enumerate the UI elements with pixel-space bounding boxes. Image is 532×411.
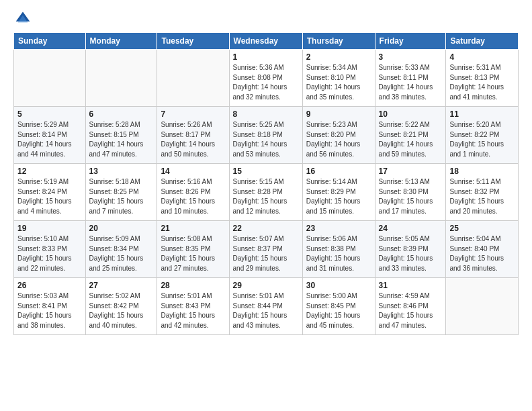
day-cell: 31Sunrise: 4:59 AM Sunset: 8:46 PM Dayli… <box>375 278 446 335</box>
day-number: 7 <box>161 109 225 119</box>
day-cell: 10Sunrise: 5:22 AM Sunset: 8:21 PM Dayli… <box>375 107 446 164</box>
day-info: Sunrise: 5:23 AM Sunset: 8:20 PM Dayligh… <box>306 120 371 159</box>
day-number: 13 <box>89 167 154 176</box>
day-cell: 30Sunrise: 5:00 AM Sunset: 8:45 PM Dayli… <box>302 278 375 335</box>
day-info: Sunrise: 5:15 AM Sunset: 8:28 PM Dayligh… <box>233 177 299 216</box>
day-info: Sunrise: 5:26 AM Sunset: 8:17 PM Dayligh… <box>161 120 225 159</box>
day-number: 11 <box>449 109 515 119</box>
day-cell: 17Sunrise: 5:13 AM Sunset: 8:30 PM Dayli… <box>375 164 446 221</box>
day-info: Sunrise: 5:36 AM Sunset: 8:08 PM Dayligh… <box>233 63 299 102</box>
day-number: 14 <box>161 167 225 176</box>
day-cell: 15Sunrise: 5:15 AM Sunset: 8:28 PM Dayli… <box>229 164 302 221</box>
day-number: 16 <box>306 167 371 176</box>
day-cell: 28Sunrise: 5:01 AM Sunset: 8:43 PM Dayli… <box>157 278 229 335</box>
week-row-3: 12Sunrise: 5:19 AM Sunset: 8:24 PM Dayli… <box>14 164 519 221</box>
day-info: Sunrise: 5:03 AM Sunset: 8:41 PM Dayligh… <box>17 291 82 330</box>
day-info: Sunrise: 5:01 AM Sunset: 8:43 PM Dayligh… <box>161 291 225 330</box>
weekday-header-monday: Monday <box>85 33 157 50</box>
day-info: Sunrise: 5:19 AM Sunset: 8:24 PM Dayligh… <box>17 177 82 216</box>
day-info: Sunrise: 5:34 AM Sunset: 8:10 PM Dayligh… <box>306 63 371 102</box>
weekday-header-saturday: Saturday <box>446 33 519 50</box>
day-number: 24 <box>379 224 443 233</box>
day-number: 10 <box>379 109 443 119</box>
day-cell: 11Sunrise: 5:20 AM Sunset: 8:22 PM Dayli… <box>446 107 519 164</box>
weekday-header-wednesday: Wednesday <box>229 33 302 50</box>
week-row-1: 1Sunrise: 5:36 AM Sunset: 8:08 PM Daylig… <box>14 50 519 107</box>
day-number: 26 <box>17 281 82 290</box>
day-cell: 8Sunrise: 5:25 AM Sunset: 8:18 PM Daylig… <box>229 107 302 164</box>
day-number: 8 <box>233 109 299 119</box>
logo <box>13 11 31 27</box>
page: SundayMondayTuesdayWednesdayThursdayFrid… <box>0 0 532 342</box>
day-cell <box>85 50 157 107</box>
day-info: Sunrise: 5:29 AM Sunset: 8:14 PM Dayligh… <box>17 120 82 159</box>
day-number: 17 <box>379 167 443 176</box>
day-info: Sunrise: 5:16 AM Sunset: 8:26 PM Dayligh… <box>161 177 225 216</box>
day-info: Sunrise: 5:09 AM Sunset: 8:34 PM Dayligh… <box>89 234 154 273</box>
day-cell: 20Sunrise: 5:09 AM Sunset: 8:34 PM Dayli… <box>85 221 157 278</box>
day-cell: 12Sunrise: 5:19 AM Sunset: 8:24 PM Dayli… <box>14 164 86 221</box>
day-info: Sunrise: 5:14 AM Sunset: 8:29 PM Dayligh… <box>306 177 371 216</box>
day-cell: 16Sunrise: 5:14 AM Sunset: 8:29 PM Dayli… <box>302 164 375 221</box>
week-row-4: 19Sunrise: 5:10 AM Sunset: 8:33 PM Dayli… <box>14 221 519 278</box>
day-cell: 27Sunrise: 5:02 AM Sunset: 8:42 PM Dayli… <box>85 278 157 335</box>
week-row-2: 5Sunrise: 5:29 AM Sunset: 8:14 PM Daylig… <box>14 107 519 164</box>
day-number: 31 <box>379 281 443 290</box>
day-cell: 9Sunrise: 5:23 AM Sunset: 8:20 PM Daylig… <box>302 107 375 164</box>
day-info: Sunrise: 5:28 AM Sunset: 8:15 PM Dayligh… <box>89 120 154 159</box>
day-cell: 22Sunrise: 5:07 AM Sunset: 8:37 PM Dayli… <box>229 221 302 278</box>
day-info: Sunrise: 5:05 AM Sunset: 8:39 PM Dayligh… <box>379 234 443 273</box>
day-info: Sunrise: 5:20 AM Sunset: 8:22 PM Dayligh… <box>449 120 515 159</box>
day-cell <box>446 278 519 335</box>
day-cell: 6Sunrise: 5:28 AM Sunset: 8:15 PM Daylig… <box>85 107 157 164</box>
day-info: Sunrise: 5:08 AM Sunset: 8:35 PM Dayligh… <box>161 234 225 273</box>
day-number: 23 <box>306 224 371 233</box>
day-number: 28 <box>161 281 225 290</box>
day-cell: 18Sunrise: 5:11 AM Sunset: 8:32 PM Dayli… <box>446 164 519 221</box>
day-info: Sunrise: 4:59 AM Sunset: 8:46 PM Dayligh… <box>379 291 443 330</box>
day-cell: 4Sunrise: 5:31 AM Sunset: 8:13 PM Daylig… <box>446 50 519 107</box>
day-info: Sunrise: 5:01 AM Sunset: 8:44 PM Dayligh… <box>233 291 299 330</box>
week-row-5: 26Sunrise: 5:03 AM Sunset: 8:41 PM Dayli… <box>14 278 519 335</box>
day-info: Sunrise: 5:02 AM Sunset: 8:42 PM Dayligh… <box>89 291 154 330</box>
day-number: 5 <box>17 109 82 119</box>
day-number: 1 <box>233 52 299 62</box>
day-number: 25 <box>449 224 515 233</box>
header <box>13 11 519 27</box>
day-cell: 7Sunrise: 5:26 AM Sunset: 8:17 PM Daylig… <box>157 107 229 164</box>
day-number: 4 <box>449 52 515 62</box>
day-cell <box>14 50 86 107</box>
day-number: 15 <box>233 167 299 176</box>
day-number: 27 <box>89 281 154 290</box>
day-cell: 26Sunrise: 5:03 AM Sunset: 8:41 PM Dayli… <box>14 278 86 335</box>
day-info: Sunrise: 5:31 AM Sunset: 8:13 PM Dayligh… <box>449 63 515 102</box>
day-info: Sunrise: 5:13 AM Sunset: 8:30 PM Dayligh… <box>379 177 443 216</box>
day-cell: 2Sunrise: 5:34 AM Sunset: 8:10 PM Daylig… <box>302 50 375 107</box>
day-number: 3 <box>379 52 443 62</box>
weekday-header-friday: Friday <box>375 33 446 50</box>
day-info: Sunrise: 5:00 AM Sunset: 8:45 PM Dayligh… <box>306 291 371 330</box>
day-number: 9 <box>306 109 371 119</box>
day-number: 2 <box>306 52 371 62</box>
logo-icon <box>15 11 31 27</box>
weekday-header-row: SundayMondayTuesdayWednesdayThursdayFrid… <box>14 33 519 50</box>
day-number: 30 <box>306 281 371 290</box>
day-info: Sunrise: 5:18 AM Sunset: 8:25 PM Dayligh… <box>89 177 154 216</box>
day-number: 6 <box>89 109 154 119</box>
day-cell: 23Sunrise: 5:06 AM Sunset: 8:38 PM Dayli… <box>302 221 375 278</box>
day-cell: 19Sunrise: 5:10 AM Sunset: 8:33 PM Dayli… <box>14 221 86 278</box>
day-info: Sunrise: 5:04 AM Sunset: 8:40 PM Dayligh… <box>449 234 515 273</box>
day-cell: 29Sunrise: 5:01 AM Sunset: 8:44 PM Dayli… <box>229 278 302 335</box>
day-number: 20 <box>89 224 154 233</box>
day-cell <box>157 50 229 107</box>
day-number: 12 <box>17 167 82 176</box>
day-info: Sunrise: 5:33 AM Sunset: 8:11 PM Dayligh… <box>379 63 443 102</box>
day-info: Sunrise: 5:22 AM Sunset: 8:21 PM Dayligh… <box>379 120 443 159</box>
day-info: Sunrise: 5:06 AM Sunset: 8:38 PM Dayligh… <box>306 234 371 273</box>
weekday-header-sunday: Sunday <box>14 33 86 50</box>
day-cell: 5Sunrise: 5:29 AM Sunset: 8:14 PM Daylig… <box>14 107 86 164</box>
day-cell: 1Sunrise: 5:36 AM Sunset: 8:08 PM Daylig… <box>229 50 302 107</box>
day-cell: 25Sunrise: 5:04 AM Sunset: 8:40 PM Dayli… <box>446 221 519 278</box>
day-number: 29 <box>233 281 299 290</box>
day-cell: 3Sunrise: 5:33 AM Sunset: 8:11 PM Daylig… <box>375 50 446 107</box>
